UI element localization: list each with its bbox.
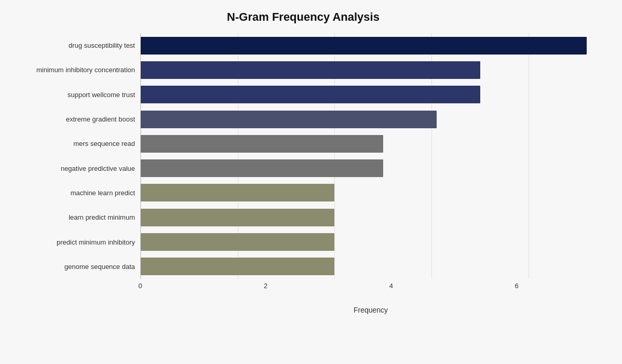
y-label: minimum inhibitory concentration <box>5 58 140 82</box>
y-label: support wellcome trust <box>5 83 140 107</box>
y-label: predict minimum inhibitory <box>5 230 140 254</box>
bar-row <box>141 230 601 254</box>
chart-container: N-Gram Frequency Analysis drug susceptib… <box>0 0 622 364</box>
x-axis-label: Frequency <box>140 306 601 314</box>
bar <box>141 61 480 79</box>
bar <box>141 37 587 55</box>
y-label: extreme gradient boost <box>5 107 140 131</box>
bar <box>141 111 437 128</box>
x-tick: 6 <box>515 282 518 290</box>
bar <box>141 233 334 251</box>
bar <box>141 86 480 103</box>
bar <box>141 209 334 226</box>
y-labels: drug susceptibility testminimum inhibito… <box>5 33 140 279</box>
bar <box>141 135 383 153</box>
bar-row <box>141 254 601 279</box>
x-tick: 0 <box>138 282 142 290</box>
bar-rows <box>141 33 601 279</box>
x-tick: 2 <box>264 282 267 290</box>
bar-row <box>141 58 601 82</box>
bar-row <box>141 83 601 107</box>
x-tick: 4 <box>389 282 393 290</box>
bar-row <box>141 156 601 180</box>
chart-area: drug susceptibility testminimum inhibito… <box>5 33 601 314</box>
bar-row <box>141 205 601 230</box>
y-label: negative predictive value <box>5 156 140 180</box>
bar-row <box>141 131 601 156</box>
plot-area <box>140 33 601 279</box>
y-label: drug susceptibility test <box>5 33 140 58</box>
y-label: mers sequence read <box>5 131 140 156</box>
x-axis: 02468 <box>140 279 622 291</box>
bars-section: drug susceptibility testminimum inhibito… <box>5 33 601 279</box>
bar-row <box>141 33 601 58</box>
bar <box>141 258 334 275</box>
bar <box>141 159 383 177</box>
y-label: genome sequence data <box>5 254 140 279</box>
bar-row <box>141 107 601 131</box>
y-label: machine learn predict <box>5 181 140 205</box>
chart-title: N-Gram Frequency Analysis <box>5 10 601 24</box>
bar-row <box>141 181 601 205</box>
bar <box>141 184 334 201</box>
y-label: learn predict minimum <box>5 205 140 230</box>
